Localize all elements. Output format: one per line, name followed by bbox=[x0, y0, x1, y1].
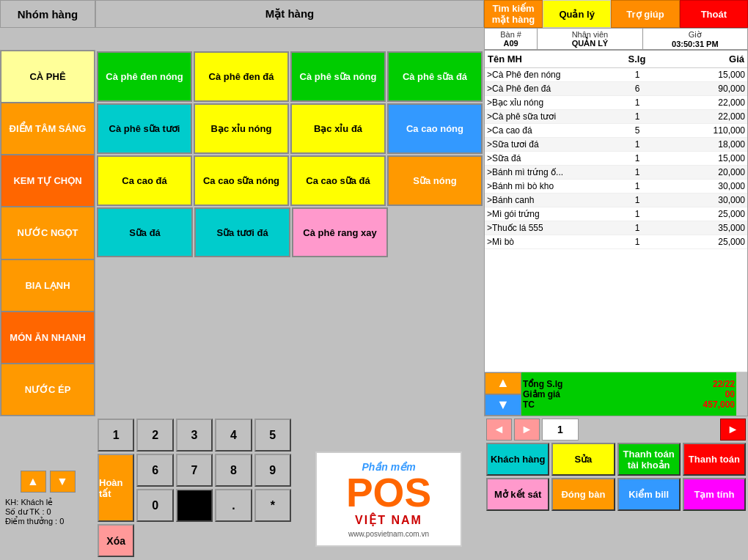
numpad-3-button[interactable]: 3 bbox=[176, 419, 213, 452]
main-area: CÀ PHÊĐIỂM TÂM SÁNGKEM TỰ CHỌNNƯỚC NGỌTB… bbox=[0, 50, 748, 416]
quanly-button[interactable]: Quản lý bbox=[543, 0, 611, 28]
product-button[interactable]: Ca cao đá bbox=[97, 155, 192, 206]
action-button[interactable]: Đóng bàn bbox=[551, 478, 615, 511]
order-item-gia: 15,000 bbox=[659, 69, 746, 81]
order-row[interactable]: >Bánh mì trứng ố... 1 20,000 bbox=[485, 166, 747, 180]
product-button[interactable]: Ca cao sữa đá bbox=[290, 155, 386, 206]
numpad-0-button[interactable]: 0 bbox=[136, 489, 173, 522]
numpad-1-button[interactable]: 1 bbox=[98, 419, 134, 452]
product-button[interactable]: Bạc xỉu nóng bbox=[194, 103, 289, 154]
diem-row: Điểm thưởng : 0 bbox=[5, 517, 90, 526]
sidebar-item[interactable]: KEM TỰ CHỌN bbox=[1, 155, 95, 207]
action-button[interactable]: Kiểm bill bbox=[617, 478, 681, 511]
order-row[interactable]: >Bạc xỉu nóng 1 22,000 bbox=[485, 96, 747, 110]
col-name: Tên MH bbox=[486, 52, 615, 66]
action-button[interactable]: Tạm tính bbox=[683, 478, 746, 511]
next-button[interactable]: ► bbox=[514, 419, 540, 441]
header-left: Nhóm hàng Mặt hàng bbox=[0, 0, 484, 28]
logo-vietnam: VIỆT NAM bbox=[355, 513, 422, 527]
order-item-name: >Mì bò bbox=[486, 236, 615, 248]
sidebar-item[interactable]: NƯỚC NGỌT bbox=[1, 207, 95, 259]
nav-up-button[interactable]: ▲ bbox=[21, 471, 46, 493]
gio-value: 03:50:31 PM bbox=[672, 40, 719, 48]
product-row bbox=[97, 311, 483, 361]
product-button bbox=[194, 311, 289, 361]
order-row[interactable]: >Cà Phê đen nóng 1 15,000 bbox=[485, 68, 747, 82]
order-item-gia: 30,000 bbox=[659, 194, 746, 206]
sodu-label: Số dư TK : bbox=[5, 507, 45, 516]
action-button[interactable]: Mở kết sát bbox=[486, 478, 549, 511]
order-row[interactable]: >Thuốc lá 555 1 35,000 bbox=[485, 221, 747, 235]
numpad-2-button[interactable]: 2 bbox=[136, 419, 173, 452]
product-button[interactable]: Cà phê đen đá bbox=[194, 51, 289, 102]
numpad-6-button[interactable]: 6 bbox=[136, 454, 173, 487]
product-row: Sữa đáSữa tươi đáCà phê rang xay bbox=[97, 207, 483, 258]
action-button[interactable]: Khách hàng bbox=[486, 443, 549, 476]
order-item-gia: 15,000 bbox=[659, 152, 746, 164]
product-button[interactable]: Cà phê rang xay bbox=[292, 207, 388, 258]
order-row[interactable]: >Cà phê sữa tươi 1 22,000 bbox=[485, 110, 747, 124]
order-row[interactable]: >Sữa tươi đá 1 18,000 bbox=[485, 138, 747, 152]
order-row[interactable]: >Sữa đá 1 15,000 bbox=[485, 152, 747, 166]
sidebar-item[interactable]: ĐIỂM TÂM SÁNG bbox=[1, 103, 95, 155]
xoa-button[interactable]: Xóa bbox=[98, 524, 134, 557]
hoan-tat-button[interactable]: Hoàn tất bbox=[98, 454, 134, 522]
product-button[interactable]: Ca cao nóng bbox=[387, 103, 483, 154]
timkiem-button[interactable]: Tìm kiếm mặt hàng bbox=[484, 0, 543, 28]
sidebar-item[interactable]: MÓN ĂN NHANH bbox=[1, 312, 95, 364]
order-down-button[interactable]: ▼ bbox=[485, 394, 521, 416]
order-row[interactable]: >Ca cao đá 5 110,000 bbox=[485, 124, 747, 138]
info-left bbox=[0, 28, 484, 50]
ban-label: Bàn # bbox=[500, 30, 521, 39]
product-button[interactable]: Cà phê sữa nóng bbox=[290, 51, 386, 102]
order-item-slg: 1 bbox=[615, 152, 659, 164]
thoat-button[interactable]: Thoát bbox=[680, 0, 748, 28]
sidebar-item[interactable]: CÀ PHÊ bbox=[1, 51, 95, 103]
gio-info: Giờ 03:50:31 PM bbox=[643, 29, 747, 49]
right-arrow-button[interactable]: ► bbox=[720, 419, 746, 441]
order-row[interactable]: >Bánh mì bò kho 1 30,000 bbox=[485, 180, 747, 194]
info-right: Bàn # A09 Nhân viên QUẢN LÝ Giờ 03:50:31… bbox=[484, 28, 748, 50]
product-row bbox=[97, 363, 483, 413]
product-button[interactable]: Bạc xỉu đá bbox=[290, 103, 386, 154]
order-up-button[interactable]: ▲ bbox=[485, 372, 521, 394]
kh-value: Khách lẻ bbox=[21, 498, 53, 506]
action-button[interactable]: Thanh toán tài khoản bbox=[617, 443, 681, 476]
numpad-5-button[interactable]: 5 bbox=[254, 419, 291, 452]
numpad-7-button[interactable]: 7 bbox=[176, 454, 213, 487]
trogiup-button[interactable]: Trợ giúp bbox=[611, 0, 679, 28]
product-button[interactable]: Cà phê đen nóng bbox=[97, 51, 192, 102]
sidebar-item[interactable]: NƯỚC ÉP bbox=[1, 364, 95, 416]
product-button[interactable]: Sữa tươi đá bbox=[194, 207, 290, 258]
numpad-9-button[interactable]: 9 bbox=[254, 454, 291, 487]
order-row[interactable]: >Cà Phê đen đá 6 90,000 bbox=[485, 82, 747, 96]
numpad-8-button[interactable]: 8 bbox=[215, 454, 252, 487]
action-button[interactable]: Sửa bbox=[551, 443, 615, 476]
product-button[interactable]: Ca cao sữa nóng bbox=[194, 155, 289, 206]
order-item-slg: 1 bbox=[615, 139, 659, 150]
order-row[interactable]: >Bánh canh 1 30,000 bbox=[485, 194, 747, 207]
nhanvien-info: Nhân viên QUẢN LÝ bbox=[538, 29, 642, 49]
product-button[interactable]: Cà phê sữa đá bbox=[387, 51, 483, 102]
numpad-dot-button[interactable]: . bbox=[215, 489, 252, 522]
action-button[interactable]: Thanh toán bbox=[683, 443, 746, 476]
numpad-star-button[interactable]: * bbox=[254, 489, 291, 522]
ban-value: A09 bbox=[504, 39, 518, 48]
tc-row: TC 457,000 bbox=[523, 399, 735, 410]
sidebar-item[interactable]: BIA LẠNH bbox=[1, 259, 95, 312]
product-button[interactable]: Sữa đá bbox=[97, 207, 193, 258]
order-row[interactable]: >Mì bò 1 25,000 bbox=[485, 235, 747, 249]
order-item-slg: 1 bbox=[615, 208, 659, 220]
product-button[interactable]: Sữa nóng bbox=[387, 155, 483, 206]
order-item-name: >Ca cao đá bbox=[486, 125, 615, 136]
order-item-slg: 1 bbox=[615, 236, 659, 248]
order-header: Tên MH S.lg Giá bbox=[485, 51, 747, 68]
order-row[interactable]: >Mì gói trứng 1 25,000 bbox=[485, 207, 747, 221]
numpad-4-button[interactable]: 4 bbox=[215, 419, 252, 452]
nav-down-button[interactable]: ▼ bbox=[50, 471, 76, 493]
sodu-value: 0 bbox=[47, 507, 51, 516]
diem-label: Điểm thưởng : bbox=[5, 517, 57, 526]
prev-button[interactable]: ◄ bbox=[486, 419, 512, 441]
product-button[interactable]: Cà phê sữa tươi bbox=[97, 103, 192, 154]
order-item-slg: 5 bbox=[615, 125, 659, 136]
